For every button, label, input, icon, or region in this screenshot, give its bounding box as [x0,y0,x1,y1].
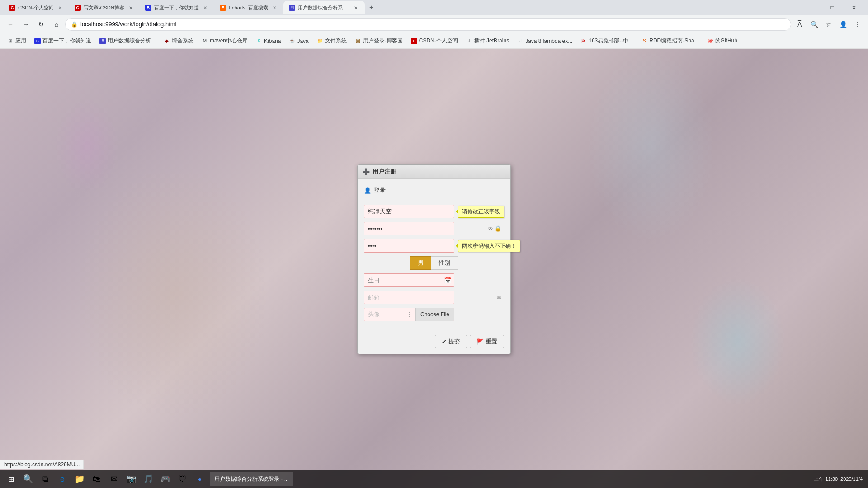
profile-button[interactable]: 👤 [836,18,850,31]
bookmark-rdd[interactable]: S RDD编程指南-Spa... [637,35,702,47]
taskbar-mail[interactable]: ✉ [106,471,122,487]
translate-button[interactable]: A̅ [793,18,807,31]
submit-button[interactable]: ✔ 提交 [435,335,467,348]
bookmark-system[interactable]: ◆ 综合系统 [160,35,197,47]
search-button[interactable]: 🔍 [807,18,821,31]
tab-label-4: Echarts_百度搜索 [229,5,268,11]
lambda-icon: J [517,38,524,44]
taskbar-music[interactable]: 🎵 [140,471,156,487]
apps-icon: ⊞ [7,38,14,44]
close-button[interactable]: ✕ [844,0,864,15]
taskbar-edge[interactable]: e [54,471,71,487]
gender-row: 男 性别 [364,256,504,270]
tab-close-3[interactable]: ✕ [202,4,209,11]
tab-echarts[interactable]: E Echarts_百度搜索 ✕ [214,1,283,14]
bookmark-label-system: 综合系统 [172,37,193,45]
menu-button[interactable]: ⋮ [851,18,864,31]
email-row: ✉ [364,291,504,304]
tab-close-5[interactable]: ✕ [352,4,359,11]
bookmark-kibana[interactable]: K Kibana [252,36,284,46]
confirm-password-input[interactable] [364,239,454,253]
taskbar-camera[interactable]: 📷 [123,471,139,487]
bookmark-label-java: Java [297,38,308,44]
bookmark-jetbrains[interactable]: J 插件 JetBrains [462,35,513,47]
address-bar[interactable]: 🔒 localhost:9999/work/login/dialog.html [65,18,791,31]
submit-check-icon: ✔ [442,338,447,345]
bookmark-button[interactable]: ☆ [822,18,835,31]
tab-close-2[interactable]: ✕ [127,4,134,11]
bookmark-github[interactable]: 🐙 的GitHub [703,35,741,47]
new-tab-button[interactable]: + [367,4,376,12]
tab-close-4[interactable]: ✕ [271,4,278,11]
bookmark-baidu[interactable]: B 百度一下，你就知道 [31,35,95,47]
tab-csdn-personal[interactable]: C CSDN-个人空间 ✕ [4,1,69,14]
taskbar-chrome-window[interactable]: 用户数据综合分析系统登录 - ... [210,472,293,486]
gender-male-button[interactable]: 男 [410,256,431,270]
bookmark-label-user-data: 用户数据综合分析... [108,37,156,45]
bookmark-label-apps: 应用 [15,37,26,45]
tab-login-active[interactable]: 用 用户数据综合分析系统登录 ✕ [283,1,365,14]
reload-button[interactable]: ↻ [34,18,48,31]
registration-dialog: ➕ 用户注册 👤 登录 👤 请修改正该字段 👁 [357,164,511,354]
avatar-row: 头像 ⋮ Choose File [364,308,504,321]
file-dots: ⋮ [404,311,415,318]
bookmark-user-data[interactable]: 用 用户数据综合分析... [96,35,159,47]
tab-label-3: 百度一下，你就知道 [154,5,199,11]
choose-file-button[interactable]: Choose File [415,308,454,321]
bookmark-java[interactable]: ☕ Java [285,36,312,46]
dialog-title-icon: ➕ [362,168,370,175]
bookmark-files[interactable]: 📁 文件系统 [313,35,350,47]
user-icon: 👤 [364,187,371,194]
submit-label: 提交 [448,338,460,346]
back-button[interactable]: ← [4,18,17,31]
username-input[interactable] [364,205,454,218]
login-section-header: 👤 登录 [364,183,504,199]
taskbar-file-explorer[interactable]: 📁 [71,471,88,487]
bookmark-lambda[interactable]: J Java 8 lambda ex... [514,36,576,46]
taskbar-chrome-running[interactable]: ● [192,471,208,487]
taskbar: ⊞ 🔍 ⧉ e 📁 🛍 ✉ 📷 🎵 🎮 🛡 ● 用户数据综合分析系统登录 - .… [0,470,868,488]
bookmark-csdn[interactable]: C CSDN-个人空间 [407,35,462,47]
password-input[interactable] [364,222,454,235]
bookmark-cnblogs[interactable]: 园 用户登录-博客园 [351,35,406,47]
taskbar-taskview[interactable]: ⧉ [37,471,53,487]
maximize-button[interactable]: □ [822,0,843,15]
taskbar-store[interactable]: 🛍 [89,471,105,487]
tab-favicon-4: E [220,5,226,11]
taskbar-game[interactable]: 🎮 [157,471,174,487]
system-bookmark-icon: ◆ [164,38,170,44]
bookmark-label-files: 文件系统 [325,37,347,45]
java-bookmark-icon: ☕ [289,38,295,44]
taskbar-security[interactable]: 🛡 [175,471,191,487]
tab-csdn-write[interactable]: C 写文章-CSDN博客 ✕ [69,1,140,14]
eye-icon-1[interactable]: 👁 [488,225,493,232]
mail-163-icon: 网 [580,38,587,44]
tab-baidu[interactable]: B 百度一下，你就知道 ✕ [140,1,214,14]
window-controls: ─ □ ✕ [800,0,864,15]
minimize-button[interactable]: ─ [800,0,821,15]
start-button[interactable]: ⊞ [2,471,20,487]
email-input[interactable] [364,291,454,304]
bookmark-label-cnblogs: 用户登录-博客园 [363,37,403,45]
birthday-input[interactable] [364,273,454,287]
tab-close-1[interactable]: ✕ [57,4,64,11]
bookmark-label-rdd: RDD编程指南-Spa... [649,37,698,45]
bookmark-maven[interactable]: M maven中心仓库 [198,35,251,47]
section-label: 登录 [374,186,386,194]
tab-favicon-3: B [145,5,151,11]
file-input-wrapper: 头像 ⋮ Choose File [364,308,454,321]
bookmark-label-jetbrains: 插件 JetBrains [474,37,509,45]
bookmark-label-lambda: Java 8 lambda ex... [525,38,572,44]
lock-field-icon: 🔒 [495,225,501,232]
taskbar-search[interactable]: 🔍 [20,471,36,487]
bookmark-163[interactable]: 网 163易免邮部--中... [577,35,637,47]
bookmark-apps[interactable]: ⊞ 应用 [4,35,30,47]
tab-label-2: 写文章-CSDN博客 [84,5,124,11]
gender-label: 性别 [431,256,458,270]
cnblogs-icon: 园 [355,38,361,44]
forward-button[interactable]: → [19,18,33,31]
dialog-title: 用户注册 [373,168,396,176]
reset-button[interactable]: 🚩 重置 [470,335,504,348]
calendar-icon[interactable]: 📅 [444,277,452,284]
home-button[interactable]: ⌂ [50,18,63,31]
